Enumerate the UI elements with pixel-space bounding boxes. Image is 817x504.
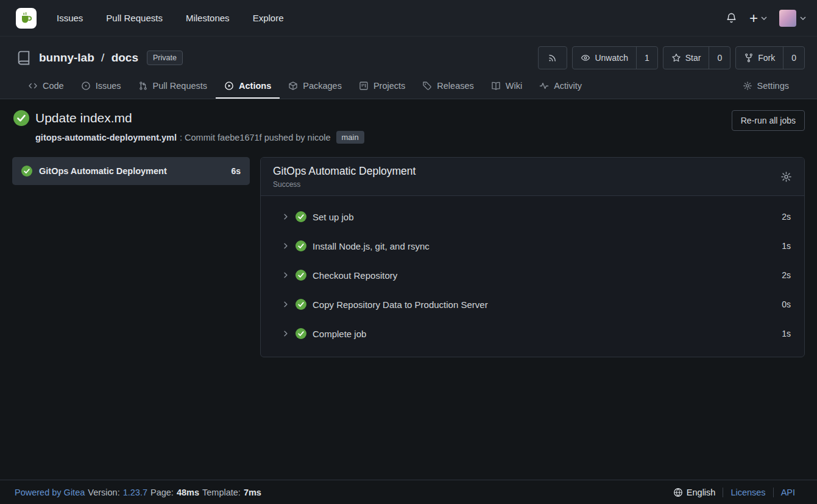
job-name: GitOps Automatic Deployment: [39, 166, 167, 176]
rerun-all-jobs-button[interactable]: Re-run all jobs: [732, 110, 805, 131]
footer: Powered by Gitea Version: 1.23.7 Page: 4…: [0, 480, 817, 504]
version-label: Version:: [88, 488, 119, 497]
run-title: Update index.md: [35, 111, 132, 125]
user-menu[interactable]: [779, 10, 806, 27]
watchers-count[interactable]: 1: [636, 47, 657, 69]
fork-button-group: Fork 0: [735, 46, 805, 69]
chevron-right-icon[interactable]: [281, 300, 290, 309]
step-success-check-icon: [295, 328, 306, 339]
project-board-icon: [359, 81, 369, 91]
footer-left: Powered by Gitea Version: 1.23.7 Page: 4…: [15, 488, 261, 497]
fork-label: Fork: [758, 53, 775, 63]
branch-badge[interactable]: main: [336, 131, 364, 144]
create-new-menu[interactable]: +: [749, 11, 767, 26]
run-info: Update index.md gitops-automatic-deploym…: [12, 110, 364, 144]
tab-wiki[interactable]: Wiki: [483, 73, 531, 99]
commit-text: : Commit faebe1671f pushed by nicole: [180, 133, 330, 142]
code-icon: [28, 81, 38, 91]
tab-actions[interactable]: Actions: [216, 73, 280, 99]
version-link[interactable]: 1.23.7: [123, 488, 147, 497]
tab-settings[interactable]: Settings: [734, 73, 798, 99]
tab-projects[interactable]: Projects: [350, 73, 414, 99]
tab-activity[interactable]: Activity: [531, 73, 590, 99]
job-status-text: Success: [273, 180, 416, 189]
tab-issues[interactable]: Issues: [73, 73, 130, 99]
unwatch-button[interactable]: Unwatch: [573, 47, 635, 69]
tab-label: Wiki: [506, 81, 522, 91]
tab-label: Settings: [757, 81, 789, 91]
repo-owner-link[interactable]: bunny-lab: [39, 51, 94, 64]
licenses-wrap: Licenses: [723, 488, 773, 497]
repo-actions: Unwatch 1 Star 0: [538, 46, 805, 69]
plus-icon: +: [749, 11, 758, 26]
forks-count[interactable]: 0: [783, 47, 804, 69]
rss-button[interactable]: [539, 47, 567, 69]
user-avatar: [779, 10, 796, 27]
step-success-check-icon: [295, 299, 306, 310]
top-navbar: Issues Pull Requests Milestones Explore …: [0, 0, 817, 37]
tab-pull-requests[interactable]: Pull Requests: [130, 73, 216, 99]
step-row[interactable]: Copy Repository Data to Production Serve…: [261, 290, 804, 319]
pull-request-icon: [138, 81, 148, 91]
package-box-icon: [288, 81, 298, 91]
footer-right: English Licenses API: [666, 488, 802, 497]
tab-label: Releases: [437, 81, 473, 91]
run-header: Update index.md gitops-automatic-deploym…: [12, 110, 805, 144]
chevron-right-icon[interactable]: [281, 242, 290, 250]
notifications-bell-icon[interactable]: [726, 12, 737, 24]
step-row[interactable]: Checkout Repository 2s: [261, 261, 804, 290]
job-detail-header: GitOps Automatic Deployment Success: [261, 158, 804, 196]
issue-circle-icon: [81, 81, 91, 91]
chevron-down-icon: [800, 16, 806, 20]
step-row[interactable]: Set up job 2s: [261, 202, 804, 231]
step-success-check-icon: [295, 211, 306, 222]
repo-breadcrumb: bunny-lab / docs: [39, 51, 138, 65]
rss-icon: [548, 53, 557, 63]
wiki-book-icon: [491, 81, 501, 91]
repo-tabs: Code Issues Pull Requests Actions Packag…: [12, 73, 805, 99]
chevron-right-icon[interactable]: [281, 271, 290, 279]
nav-issues[interactable]: Issues: [45, 13, 94, 23]
gear-icon[interactable]: [780, 171, 792, 183]
tab-label: Projects: [373, 81, 405, 91]
step-duration: 2s: [782, 270, 791, 280]
step-name: Checkout Repository: [313, 270, 397, 281]
stars-count[interactable]: 0: [709, 47, 730, 69]
nav-milestones[interactable]: Milestones: [174, 13, 241, 23]
tab-packages[interactable]: Packages: [280, 73, 350, 99]
nav-explore[interactable]: Explore: [241, 13, 295, 23]
eye-icon: [581, 53, 590, 63]
api-link[interactable]: API: [781, 488, 795, 497]
tab-label: Activity: [554, 81, 582, 91]
star-icon: [671, 53, 681, 63]
powered-by-gitea-link[interactable]: Powered by Gitea: [15, 488, 85, 497]
workflow-file-link[interactable]: gitops-automatic-deployment.yml: [35, 133, 177, 142]
step-row[interactable]: Install Node.js, git, and rsync 1s: [261, 231, 804, 261]
run-success-check-icon: [13, 110, 29, 126]
globe-icon: [673, 488, 683, 497]
repo-name-link[interactable]: docs: [111, 51, 138, 64]
tab-code[interactable]: Code: [19, 73, 73, 99]
repo-header: bunny-lab / docs Private: [0, 37, 817, 99]
chevron-right-icon[interactable]: [281, 329, 290, 338]
page-label: Page:: [150, 488, 174, 497]
gitea-logo[interactable]: [16, 8, 37, 29]
fork-button[interactable]: Fork: [736, 47, 783, 69]
licenses-link[interactable]: Licenses: [730, 488, 765, 497]
tab-label: Issues: [96, 81, 121, 91]
star-button[interactable]: Star: [663, 47, 709, 69]
nav-pull-requests[interactable]: Pull Requests: [94, 13, 174, 23]
template-time: 7ms: [244, 488, 261, 497]
job-duration: 6s: [231, 166, 241, 176]
language-selector[interactable]: English: [666, 488, 723, 497]
api-wrap: API: [773, 488, 802, 497]
tab-label: Pull Requests: [153, 81, 207, 91]
tab-releases[interactable]: Releases: [414, 73, 482, 99]
job-list-item[interactable]: GitOps Automatic Deployment 6s: [12, 157, 250, 185]
step-row[interactable]: Complete job 1s: [261, 319, 804, 348]
chevron-right-icon[interactable]: [281, 212, 290, 221]
language-label: English: [687, 488, 716, 497]
git-fork-icon: [744, 53, 754, 63]
unwatch-label: Unwatch: [595, 53, 628, 63]
step-name: Complete job: [313, 329, 366, 339]
